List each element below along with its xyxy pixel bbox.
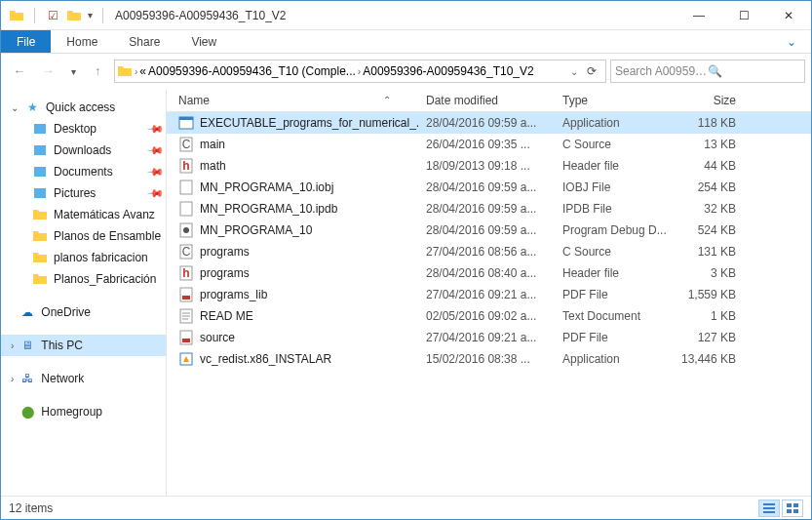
file-row[interactable]: MN_PROGRAMA_10.ipdb28/04/2016 09:59 a...… xyxy=(167,198,811,220)
file-icon xyxy=(178,330,194,345)
file-row[interactable]: READ ME02/05/2016 09:02 a...Text Documen… xyxy=(167,305,811,327)
chevron-right-icon[interactable]: › xyxy=(135,66,137,77)
ribbon-tabs: File Home Share View ⌄ xyxy=(1,30,811,54)
file-name: MN_PROGRAMA_10 xyxy=(200,223,312,237)
up-button[interactable]: ↑ xyxy=(85,59,110,84)
chevron-right-icon[interactable]: › xyxy=(358,66,361,77)
column-date[interactable]: Date modified xyxy=(420,94,557,107)
ribbon-expand-icon[interactable]: ⌄ xyxy=(772,30,811,53)
tab-file[interactable]: File xyxy=(1,30,51,53)
svg-rect-25 xyxy=(182,339,190,342)
sidebar-item-label: planos fabricacion xyxy=(54,251,166,264)
chevron-right-icon[interactable]: › xyxy=(11,340,14,351)
sidebar-item-label: Downloads xyxy=(54,143,142,157)
back-button[interactable]: ← xyxy=(7,59,32,84)
sidebar-item-label: Matemáticas Avanz xyxy=(54,208,166,221)
folder-icon xyxy=(32,164,48,180)
qat-dropdown-icon[interactable]: ▾ xyxy=(88,10,93,20)
chevron-right-icon[interactable]: › xyxy=(11,374,14,384)
breadcrumb-seg1[interactable]: A00959396-A00959436_T10 (Comple... xyxy=(148,64,356,78)
sidebar-item[interactable]: Documents📌 xyxy=(1,161,166,182)
tab-view[interactable]: View xyxy=(175,30,232,53)
column-type[interactable]: Type xyxy=(557,94,668,107)
file-row[interactable]: hmath18/09/2013 09:18 ...Header file44 K… xyxy=(167,155,811,177)
chevron-down-icon[interactable]: ⌄ xyxy=(11,102,19,113)
pin-icon: 📌 xyxy=(145,140,164,159)
file-icon: h xyxy=(178,158,194,174)
titlebar: ☑ ▾ A00959396-A00959436_T10_V2 — ☐ ✕ xyxy=(1,1,811,30)
file-row[interactable]: MN_PROGRAMA_10.iobj28/04/2016 09:59 a...… xyxy=(167,177,811,198)
tab-home[interactable]: Home xyxy=(51,30,113,53)
svg-rect-27 xyxy=(763,503,775,505)
file-list: Name⌃ Date modified Type Size EXECUTABLE… xyxy=(167,89,811,496)
file-type: C Source xyxy=(557,138,668,151)
file-size: 13,446 KB xyxy=(668,352,746,366)
file-type: Program Debug D... xyxy=(557,223,668,237)
folder-icon xyxy=(32,121,48,137)
svg-point-13 xyxy=(183,227,189,233)
breadcrumb-seg2[interactable]: A00959396-A00959436_T10_V2 xyxy=(363,64,534,78)
column-size[interactable]: Size xyxy=(668,94,746,107)
file-date: 02/05/2016 09:02 a... xyxy=(420,309,557,323)
file-size: 1 KB xyxy=(668,309,746,323)
refresh-button[interactable]: ⟳ xyxy=(580,60,603,82)
search-input[interactable]: Search A00959396-A00959436... 🔍 xyxy=(610,60,805,83)
sidebar-item[interactable]: Pictures📌 xyxy=(1,182,166,204)
maximize-button[interactable]: ☐ xyxy=(721,1,766,30)
status-bar: 12 items xyxy=(1,496,811,519)
svg-text:C: C xyxy=(182,245,191,259)
pin-icon: 📌 xyxy=(145,183,164,202)
file-type: Application xyxy=(557,116,668,130)
file-row[interactable]: Cprograms27/04/2016 08:56 a...C Source13… xyxy=(167,241,811,262)
file-type: Application xyxy=(557,352,668,366)
file-icon xyxy=(178,287,194,302)
file-icon: C xyxy=(178,244,194,260)
recent-dropdown[interactable]: ▾ xyxy=(65,59,81,84)
svg-text:C: C xyxy=(182,138,191,151)
tab-share[interactable]: Share xyxy=(113,30,175,53)
file-row[interactable]: Cmain26/04/2016 09:35 ...C Source13 KB xyxy=(167,134,811,155)
forward-button[interactable]: → xyxy=(36,59,61,84)
sidebar-item[interactable]: Planos de Ensamble xyxy=(1,225,166,247)
column-name[interactable]: Name⌃ xyxy=(173,94,420,107)
sidebar-onedrive[interactable]: › ☁ OneDrive xyxy=(1,301,166,323)
file-row[interactable]: MN_PROGRAMA_1028/04/2016 09:59 a...Progr… xyxy=(167,220,811,241)
sidebar-homegroup[interactable]: › ⬤ Homegroup xyxy=(1,401,166,422)
view-details-button[interactable] xyxy=(758,500,780,517)
file-name: READ ME xyxy=(200,309,253,323)
minimize-button[interactable]: — xyxy=(677,1,721,30)
view-icons-button[interactable] xyxy=(782,500,803,517)
file-row[interactable]: vc_redist.x86_INSTALAR15/02/2016 08:38 .… xyxy=(167,348,811,370)
file-row[interactable]: hprograms28/04/2016 08:40 a...Header fil… xyxy=(167,262,811,284)
breadcrumb-prefix: « xyxy=(139,64,146,78)
file-type: Header file xyxy=(557,266,668,280)
file-row[interactable]: source27/04/2016 09:21 a...PDF File127 K… xyxy=(167,327,811,348)
folder-icon xyxy=(32,228,48,244)
file-row[interactable]: programs_lib27/04/2016 09:21 a...PDF Fil… xyxy=(167,284,811,305)
address-bar[interactable]: › « A00959396-A00959436_T10 (Comple... ›… xyxy=(114,60,606,83)
sidebar-item-label: Documents xyxy=(54,165,142,179)
qat-checkbox-icon[interactable]: ☑ xyxy=(45,8,60,23)
file-size: 1,559 KB xyxy=(668,288,746,301)
sidebar-network[interactable]: › 🖧 Network xyxy=(1,368,166,389)
file-row[interactable]: EXECUTABLE_programs_for_numerical_...28/… xyxy=(167,112,811,134)
file-type: IPDB File xyxy=(557,202,668,216)
close-button[interactable]: ✕ xyxy=(766,1,811,30)
sidebar-item[interactable]: Desktop📌 xyxy=(1,118,166,140)
file-size: 131 KB xyxy=(668,245,746,259)
file-icon xyxy=(178,115,194,131)
file-date: 28/04/2016 09:59 a... xyxy=(420,223,557,237)
monitor-icon: 🖥 xyxy=(19,338,35,353)
file-name: MN_PROGRAMA_10.iobj xyxy=(200,180,333,194)
sidebar-quick-access[interactable]: ⌄ ★ Quick access xyxy=(1,97,166,118)
sidebar-item[interactable]: Matemáticas Avanz xyxy=(1,204,166,225)
sidebar-item[interactable]: planos fabricacion xyxy=(1,247,166,268)
sidebar-item[interactable]: Planos_Fabricación xyxy=(1,268,166,290)
sidebar-item-label: Planos_Fabricación xyxy=(54,272,166,286)
sidebar-item[interactable]: Downloads📌 xyxy=(1,140,166,161)
address-dropdown-icon[interactable]: ⌄ xyxy=(570,66,578,77)
qat-folder-icon[interactable] xyxy=(66,8,82,23)
sidebar-this-pc[interactable]: › 🖥 This PC xyxy=(1,335,166,356)
folder-icon xyxy=(32,142,48,158)
file-size: 13 KB xyxy=(668,138,746,151)
